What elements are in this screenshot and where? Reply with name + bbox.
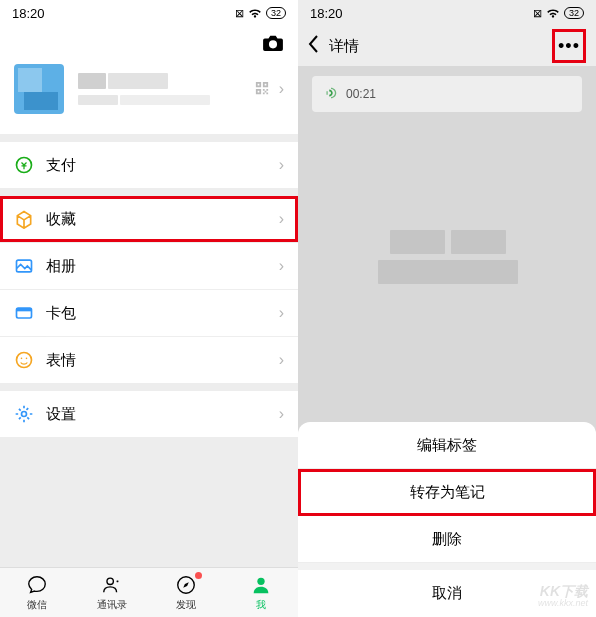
tab-label: 通讯录 xyxy=(97,598,127,612)
sticker-icon xyxy=(14,350,34,370)
svg-point-10 xyxy=(257,577,264,584)
discover-icon xyxy=(175,574,197,596)
chevron-right-icon: › xyxy=(279,210,284,228)
status-bar: 18:20 ⊠ 32 xyxy=(298,0,596,26)
audio-duration: 00:21 xyxy=(346,87,376,101)
menu-label: 表情 xyxy=(46,351,76,370)
action-edit-tag[interactable]: 编辑标签 xyxy=(298,422,596,469)
tab-contacts[interactable]: 通讯录 xyxy=(75,568,150,617)
chevron-right-icon: › xyxy=(279,257,284,275)
wifi-icon xyxy=(248,6,262,20)
status-time: 18:20 xyxy=(12,6,45,21)
settings-icon xyxy=(14,404,34,424)
tab-me[interactable]: 我 xyxy=(224,568,299,617)
menu-favorites[interactable]: 收藏 › xyxy=(0,196,298,242)
menu-settings[interactable]: 设置 › xyxy=(0,391,298,437)
action-label: 转存为笔记 xyxy=(410,483,485,502)
chevron-right-icon: › xyxy=(279,405,284,423)
svg-point-6 xyxy=(26,358,28,360)
tab-label: 发现 xyxy=(176,598,196,612)
more-button[interactable]: ••• xyxy=(552,29,586,63)
menu-card[interactable]: 卡包 › xyxy=(0,290,298,336)
menu-sticker[interactable]: 表情 › xyxy=(0,337,298,383)
svg-point-5 xyxy=(21,358,23,360)
tab-wechat[interactable]: 微信 xyxy=(0,568,75,617)
action-label: 删除 xyxy=(432,530,462,549)
menu-pay[interactable]: 支付 › xyxy=(0,142,298,188)
profile-info xyxy=(78,73,241,105)
album-icon xyxy=(14,256,34,276)
contacts-icon xyxy=(101,574,123,596)
back-button[interactable] xyxy=(308,35,319,58)
svg-point-7 xyxy=(22,412,27,417)
menu-album[interactable]: 相册 › xyxy=(0,243,298,289)
svg-point-8 xyxy=(107,578,113,584)
wifi-icon xyxy=(546,6,560,20)
action-delete[interactable]: 删除 xyxy=(298,516,596,563)
page-title: 详情 xyxy=(329,37,542,56)
badge-dot xyxy=(195,572,202,579)
card-icon xyxy=(14,303,34,323)
menu-label: 卡包 xyxy=(46,304,76,323)
menu-label: 设置 xyxy=(46,405,76,424)
sound-icon xyxy=(324,86,338,103)
battery-indicator: 32 xyxy=(266,7,286,19)
favorites-icon xyxy=(14,209,34,229)
chat-icon xyxy=(26,574,48,596)
tab-discover[interactable]: 发现 xyxy=(149,568,224,617)
menu-label: 相册 xyxy=(46,257,76,276)
audio-message[interactable]: 00:21 xyxy=(312,76,582,112)
header xyxy=(0,26,298,56)
tab-bar: 微信 通讯录 发现 我 xyxy=(0,567,298,617)
tab-label: 我 xyxy=(256,598,266,612)
menu-label: 支付 xyxy=(46,156,76,175)
chevron-right-icon: › xyxy=(279,351,284,369)
qrcode-icon[interactable] xyxy=(255,81,269,98)
alarm-icon: ⊠ xyxy=(533,7,542,20)
status-time: 18:20 xyxy=(310,6,343,21)
chevron-right-icon: › xyxy=(279,304,284,322)
tab-label: 微信 xyxy=(27,598,47,612)
more-icon: ••• xyxy=(558,36,580,57)
chevron-right-icon: › xyxy=(279,156,284,174)
svg-rect-3 xyxy=(17,308,32,311)
action-label: 编辑标签 xyxy=(417,436,477,455)
status-bar: 18:20 ⊠ 32 xyxy=(0,0,298,26)
action-save-note[interactable]: 转存为笔记 xyxy=(298,469,596,516)
me-icon xyxy=(250,574,272,596)
status-icons: ⊠ 32 xyxy=(235,6,286,20)
detail-header: 详情 ••• xyxy=(298,26,596,66)
battery-indicator: 32 xyxy=(564,7,584,19)
menu-label: 收藏 xyxy=(46,210,76,229)
pay-icon xyxy=(14,155,34,175)
svg-point-4 xyxy=(17,353,32,368)
camera-icon[interactable] xyxy=(262,34,284,52)
watermark: KK下载 www.kkx.net xyxy=(538,584,588,609)
status-icons: ⊠ 32 xyxy=(533,6,584,20)
redacted-content xyxy=(368,230,528,300)
action-label: 取消 xyxy=(432,584,462,603)
chevron-right-icon: › xyxy=(279,80,284,98)
profile-section[interactable]: › xyxy=(0,56,298,134)
avatar xyxy=(14,64,64,114)
alarm-icon: ⊠ xyxy=(235,7,244,20)
